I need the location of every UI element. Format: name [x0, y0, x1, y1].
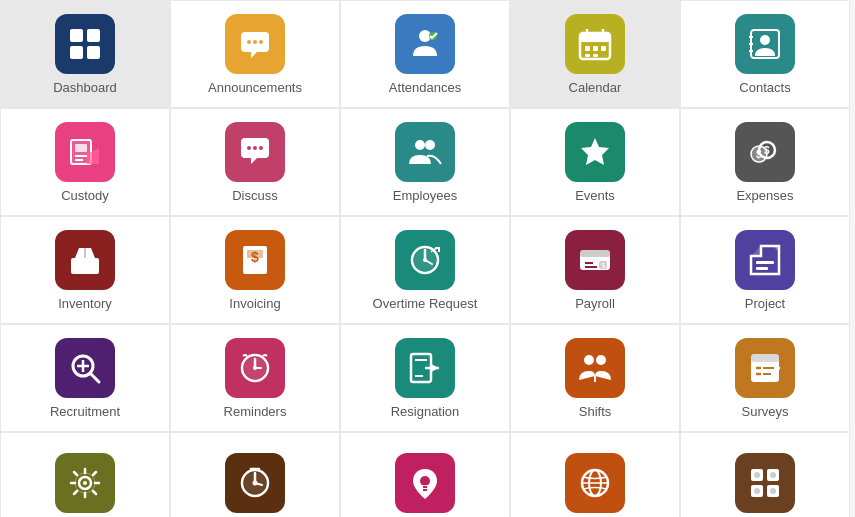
row5d-icon [565, 453, 625, 513]
app-item-row5a[interactable] [0, 432, 170, 517]
employees-label: Employees [393, 188, 457, 203]
svg-point-88 [420, 476, 430, 486]
svg-point-101 [754, 488, 760, 494]
app-item-surveys[interactable]: Surveys [680, 324, 850, 432]
svg-point-102 [770, 488, 776, 494]
calendar-label: Calendar [569, 80, 622, 95]
app-item-recruitment[interactable]: Recruitment [0, 324, 170, 432]
svg-point-5 [253, 40, 257, 44]
svg-point-86 [253, 481, 258, 486]
project-icon [735, 230, 795, 290]
svg-point-100 [770, 472, 776, 478]
svg-rect-16 [585, 54, 590, 57]
row5b-icon [225, 453, 285, 513]
svg-rect-55 [756, 261, 774, 264]
svg-point-6 [259, 40, 263, 44]
svg-rect-74 [751, 354, 779, 362]
contacts-label: Contacts [739, 80, 790, 95]
calendar-icon [565, 14, 625, 74]
project-label: Project [745, 296, 785, 311]
app-item-announcements[interactable]: Announcements [170, 0, 340, 108]
app-item-row5c[interactable] [340, 432, 510, 517]
svg-text:$: $ [601, 261, 606, 270]
discuss-icon [225, 122, 285, 182]
app-item-reminders[interactable]: Reminders [170, 324, 340, 432]
row5a-icon [55, 453, 115, 513]
dashboard-label: Dashboard [53, 80, 117, 95]
shifts-icon [565, 338, 625, 398]
svg-rect-15 [601, 46, 606, 51]
overtime-icon [395, 230, 455, 290]
svg-point-19 [760, 35, 770, 45]
app-item-overtime[interactable]: Overtime Request [340, 216, 510, 324]
app-item-contacts[interactable]: Contacts [680, 0, 850, 108]
announcements-icon [225, 14, 285, 74]
svg-rect-39 [80, 262, 90, 268]
events-label: Events [575, 188, 615, 203]
invoicing-icon: $ [225, 230, 285, 290]
discuss-label: Discuss [232, 188, 278, 203]
svg-point-80 [83, 481, 87, 485]
svg-point-65 [253, 366, 257, 370]
reminders-label: Reminders [224, 404, 287, 419]
payroll-icon: $ [565, 230, 625, 290]
attendances-label: Attendances [389, 80, 461, 95]
custody-icon [55, 122, 115, 182]
svg-rect-50 [580, 250, 610, 257]
announcements-label: Announcements [208, 80, 302, 95]
app-item-dashboard[interactable]: Dashboard [0, 0, 170, 108]
resignation-icon [395, 338, 455, 398]
custody-label: Custody [61, 188, 109, 203]
app-item-expenses[interactable]: $ $ Expenses [680, 108, 850, 216]
events-icon [565, 122, 625, 182]
invoicing-label: Invoicing [229, 296, 280, 311]
expenses-label: Expenses [736, 188, 793, 203]
app-item-calendar[interactable]: Calendar [510, 0, 680, 108]
recruitment-icon [55, 338, 115, 398]
svg-rect-13 [585, 46, 590, 51]
svg-rect-0 [70, 29, 83, 42]
recruitment-label: Recruitment [50, 404, 120, 419]
app-item-invoicing[interactable]: $ Invoicing [170, 216, 340, 324]
app-item-events[interactable]: Events [510, 108, 680, 216]
svg-point-32 [425, 140, 435, 150]
payroll-label: Payroll [575, 296, 615, 311]
inventory-label: Inventory [58, 296, 111, 311]
surveys-label: Surveys [742, 404, 789, 419]
app-item-inventory[interactable]: Inventory [0, 216, 170, 324]
app-item-row5e[interactable] [680, 432, 850, 517]
app-item-row5d[interactable] [510, 432, 680, 517]
app-item-attendances[interactable]: Attendances [340, 0, 510, 108]
app-item-employees[interactable]: Employees [340, 108, 510, 216]
surveys-icon [735, 338, 795, 398]
svg-rect-1 [87, 29, 100, 42]
app-item-row5b[interactable] [170, 432, 340, 517]
app-item-payroll[interactable]: $ Payroll [510, 216, 680, 324]
svg-point-30 [259, 146, 263, 150]
app-item-resignation[interactable]: Resignation [340, 324, 510, 432]
svg-point-29 [253, 146, 257, 150]
svg-rect-25 [75, 144, 87, 152]
svg-rect-10 [580, 33, 610, 42]
app-item-project[interactable]: Project [680, 216, 850, 324]
contacts-icon [735, 14, 795, 74]
svg-point-28 [247, 146, 251, 150]
expenses-icon: $ $ [735, 122, 795, 182]
svg-point-31 [415, 140, 425, 150]
shifts-label: Shifts [579, 404, 612, 419]
svg-point-99 [754, 472, 760, 478]
svg-rect-56 [756, 267, 768, 270]
row5c-icon [395, 453, 455, 513]
svg-text:$: $ [756, 149, 762, 160]
attendances-icon [395, 14, 455, 74]
svg-rect-17 [593, 54, 598, 57]
app-item-shifts[interactable]: Shifts [510, 324, 680, 432]
overtime-label: Overtime Request [373, 296, 478, 311]
app-item-custody[interactable]: Custody [0, 108, 170, 216]
reminders-icon [225, 338, 285, 398]
row5e-icon [735, 453, 795, 513]
app-item-discuss[interactable]: Discuss [170, 108, 340, 216]
svg-rect-14 [593, 46, 598, 51]
resignation-label: Resignation [391, 404, 460, 419]
svg-rect-43 [247, 250, 263, 258]
